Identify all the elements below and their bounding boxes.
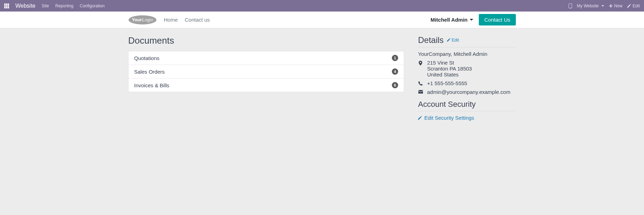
my-website-dropdown[interactable]: My Website xyxy=(577,3,604,8)
phone-text: +1 555-555-5555 xyxy=(427,80,467,86)
security-header: Account Security xyxy=(418,100,516,111)
security-title: Account Security xyxy=(418,100,476,109)
phone-icon xyxy=(418,80,423,86)
pencil-icon xyxy=(418,115,422,121)
new-page-button[interactable]: New xyxy=(609,3,622,8)
doc-row-badge: 1 xyxy=(392,55,398,61)
email-row: admin@yourcompany.example.com xyxy=(418,89,516,95)
phone-row: +1 555-555-5555 xyxy=(418,80,516,86)
envelope-icon xyxy=(418,89,423,94)
svg-rect-6 xyxy=(4,7,6,8)
details-title: Details xyxy=(418,35,444,45)
edit-details-link[interactable]: Edit xyxy=(447,38,459,43)
my-website-label: My Website xyxy=(577,3,599,8)
doc-row-quotations[interactable]: Quotations 1 xyxy=(129,51,404,65)
mobile-preview-icon[interactable] xyxy=(569,3,572,8)
map-marker-icon xyxy=(418,60,423,66)
page-content: Documents Quotations 1 Sales Orders 4 In… xyxy=(123,28,521,128)
doc-row-badge: 6 xyxy=(392,82,398,88)
doc-row-label: Quotations xyxy=(134,55,160,61)
svg-rect-0 xyxy=(4,3,6,5)
topnav-reporting[interactable]: Reporting xyxy=(55,3,73,8)
edit-security-link[interactable]: Edit Security Settings xyxy=(418,115,474,121)
company-name-line: YourCompany, Mitchell Admin xyxy=(418,51,516,57)
new-label: New xyxy=(614,3,622,8)
svg-point-10 xyxy=(570,7,571,8)
doc-row-sales-orders[interactable]: Sales Orders 4 xyxy=(129,65,404,79)
doc-row-invoices-bills[interactable]: Invoices & Bills 6 xyxy=(129,79,404,92)
edit-security-label: Edit Security Settings xyxy=(424,115,474,121)
company-logo[interactable]: YourLogo xyxy=(128,15,157,25)
address-row: 215 Vine St Scranton PA 18503 United Sta… xyxy=(418,60,516,77)
svg-text:YourLogo: YourLogo xyxy=(132,17,153,22)
doc-row-label: Sales Orders xyxy=(134,69,165,75)
apps-icon[interactable] xyxy=(4,3,9,8)
address-text: 215 Vine St Scranton PA 18503 United Sta… xyxy=(427,60,472,77)
doc-row-badge: 4 xyxy=(392,68,398,75)
app-brand: Website xyxy=(15,3,36,9)
nav-contact-us[interactable]: Contact us xyxy=(185,17,210,23)
edit-details-label: Edit xyxy=(452,38,459,43)
edit-page-button[interactable]: Edit xyxy=(627,3,640,8)
topbar-right: My Website New Edit xyxy=(569,3,640,8)
edit-label: Edit xyxy=(632,3,640,8)
nav-home[interactable]: Home xyxy=(164,17,178,23)
topnav-site[interactable]: Site xyxy=(42,3,49,8)
svg-rect-3 xyxy=(4,5,6,7)
email-text: admin@yourcompany.example.com xyxy=(427,89,510,95)
details-header: Details Edit xyxy=(418,35,516,47)
svg-rect-5 xyxy=(8,5,9,7)
svg-rect-4 xyxy=(6,5,7,7)
pencil-icon xyxy=(447,38,451,43)
svg-rect-1 xyxy=(6,3,7,5)
details-column: Details Edit YourCompany, Mitchell Admin… xyxy=(418,35,516,121)
svg-rect-2 xyxy=(8,3,9,5)
documents-column: Documents Quotations 1 Sales Orders 4 In… xyxy=(128,35,404,121)
svg-rect-8 xyxy=(8,7,9,8)
contact-us-button[interactable]: Contact Us xyxy=(479,14,516,25)
svg-rect-7 xyxy=(6,7,7,8)
user-name: Mitchell Admin xyxy=(431,17,468,23)
topnav-configuration[interactable]: Configuration xyxy=(80,3,104,8)
svg-rect-12 xyxy=(609,6,613,6)
documents-list: Quotations 1 Sales Orders 4 Invoices & B… xyxy=(128,51,404,92)
documents-title: Documents xyxy=(128,35,404,46)
system-topbar: Website Site Reporting Configuration My … xyxy=(0,0,644,12)
topbar-left: Website Site Reporting Configuration xyxy=(4,3,105,9)
doc-row-label: Invoices & Bills xyxy=(134,82,169,88)
site-navbar: YourLogo Home Contact us Mitchell Admin … xyxy=(0,12,644,28)
user-menu-dropdown[interactable]: Mitchell Admin xyxy=(431,17,473,23)
